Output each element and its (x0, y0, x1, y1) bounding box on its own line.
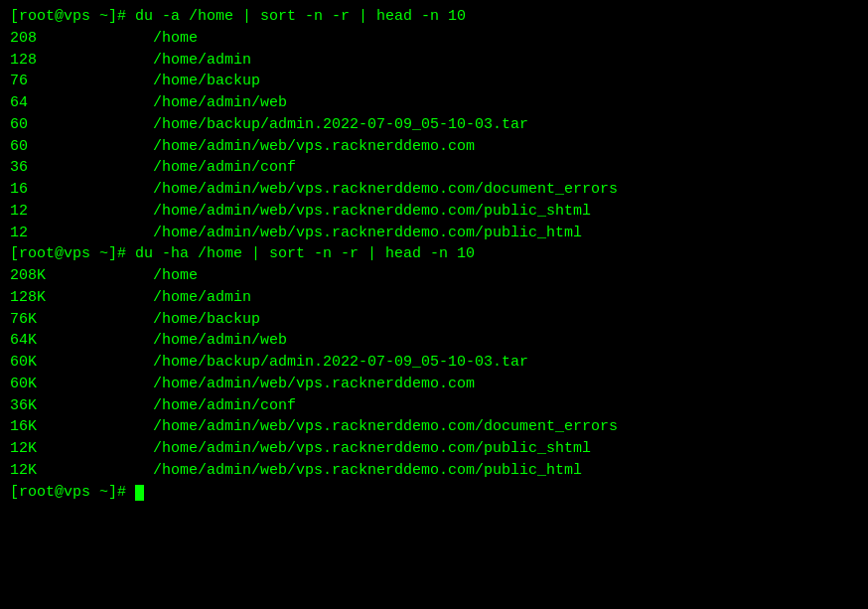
terminal-window: [root@vps ~]# du -a /home | sort -n -r |… (10, 6, 858, 503)
terminal-output: 36 /home/admin/conf (10, 157, 858, 179)
terminal-output: 208K /home (10, 265, 858, 287)
terminal-cursor (135, 485, 144, 501)
terminal-output: 60 /home/admin/web/vps.racknerddemo.com (10, 136, 858, 158)
terminal-output: 128 /home/admin (10, 50, 858, 72)
terminal-prompt: [root@vps ~]# (10, 482, 858, 504)
terminal-output: 208 /home (10, 28, 858, 50)
terminal-output: 76K /home/backup (10, 309, 858, 331)
terminal-output: 64K /home/admin/web (10, 330, 858, 352)
terminal-output: 12 /home/admin/web/vps.racknerddemo.com/… (10, 223, 858, 244)
terminal-output: 64 /home/admin/web (10, 92, 858, 114)
terminal-output: 60 /home/backup/admin.2022-07-09_05-10-0… (10, 114, 858, 136)
terminal-output: 12 /home/admin/web/vps.racknerddemo.com/… (10, 201, 858, 223)
terminal-output: 36K /home/admin/conf (10, 395, 858, 417)
terminal-output: 12K /home/admin/web/vps.racknerddemo.com… (10, 438, 858, 460)
terminal-output: 16 /home/admin/web/vps.racknerddemo.com/… (10, 179, 858, 201)
terminal-prompt: [root@vps ~]# du -ha /home | sort -n -r … (10, 243, 858, 265)
terminal-output: 76 /home/backup (10, 71, 858, 92)
terminal-output: 12K /home/admin/web/vps.racknerddemo.com… (10, 460, 858, 482)
terminal-output: 60K /home/admin/web/vps.racknerddemo.com (10, 374, 858, 395)
terminal-output: 16K /home/admin/web/vps.racknerddemo.com… (10, 416, 858, 438)
terminal-output: 128K /home/admin (10, 287, 858, 309)
terminal-output: 60K /home/backup/admin.2022-07-09_05-10-… (10, 352, 858, 374)
terminal-prompt: [root@vps ~]# du -a /home | sort -n -r |… (10, 6, 858, 28)
